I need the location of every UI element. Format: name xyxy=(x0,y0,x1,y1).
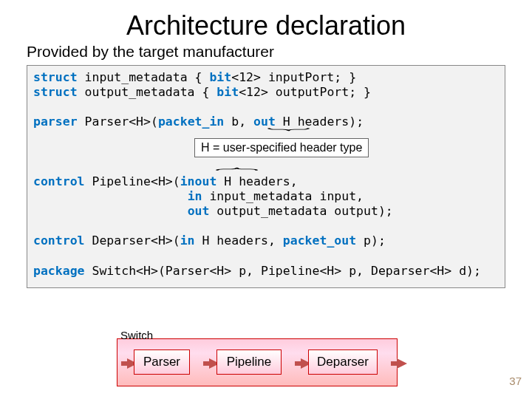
callout-box: H = user-specified header type xyxy=(194,138,369,157)
page-number: 37 xyxy=(509,375,522,387)
slide-title: Architecture declaration xyxy=(27,10,505,41)
code-content: struct input_metadata { bit<12> inputPor… xyxy=(33,70,499,279)
deparser-stage: Deparser xyxy=(308,349,378,375)
code-box: struct input_metadata { bit<12> inputPor… xyxy=(27,65,505,288)
switch-diagram: Switch Parser Pipeline Deparser xyxy=(117,338,398,386)
slide: Architecture declaration Provided by the… xyxy=(0,0,532,399)
arrow-icon xyxy=(397,358,407,369)
slide-subtitle: Provided by the target manufacturer xyxy=(27,43,505,61)
pipeline-stage: Pipeline xyxy=(216,349,282,375)
switch-label: Switch xyxy=(120,329,153,341)
parser-stage: Parser xyxy=(134,349,190,375)
